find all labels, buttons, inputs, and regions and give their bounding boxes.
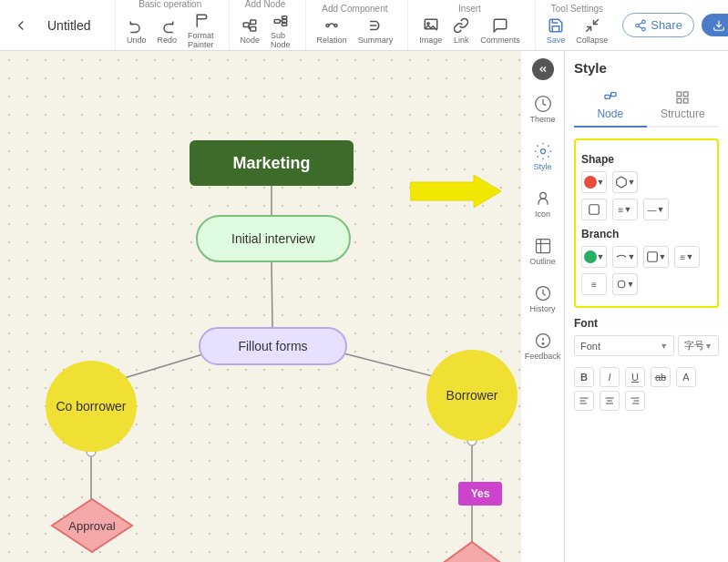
theme-button[interactable]: Theme [525,87,561,131]
branch-shape-btn[interactable]: ▼ [643,246,669,268]
svg-rect-9 [282,23,286,26]
toolbar-group-add-node: Add Node Node Sub Node [229,0,302,50]
toolbar-group-add-component-icons: Relation Summary [313,15,397,46]
feedback-button[interactable]: Feedback [525,324,561,368]
outline-button[interactable]: Outline [525,230,561,273]
style-panel-tabs: Node Structure [574,85,719,128]
align-center-button[interactable] [600,391,620,411]
underline-button[interactable]: U [625,367,645,387]
svg-rect-48 [605,95,610,98]
branch-extra-btn2[interactable]: ▼ [612,273,638,295]
share-button[interactable]: Share [622,13,694,37]
collapse-icon-panel-button[interactable] [532,58,554,80]
svg-point-57 [618,281,625,288]
tab-node[interactable]: Node [574,85,647,128]
node-initial-interview[interactable]: Initial interview [196,215,351,262]
insert-link-button[interactable]: Link [449,15,473,46]
svg-point-22 [642,27,646,31]
style-panel-title: Style [574,60,719,76]
branch-extra-btn1[interactable]: ≡ [581,273,607,295]
shape-fill-color-btn[interactable]: ▼ [581,171,607,193]
svg-line-23 [639,26,642,27]
toolbar-group-basic: Basic operation Undo Redo Format Painter [115,0,225,50]
insert-image-button[interactable]: Image [415,15,446,46]
font-size-dropdown[interactable]: 字号 ▼ [678,335,719,356]
summary-button[interactable]: Summary [354,15,397,46]
back-button[interactable] [7,0,35,50]
shape-border-style-btn[interactable]: ≡ ▼ [612,199,638,220]
svg-line-24 [639,22,642,24]
export-button[interactable]: Export [702,14,728,36]
collapse-button[interactable]: Collapse [572,15,611,46]
font-color-button[interactable]: A [676,367,696,387]
shape-section-title: Shape [581,153,712,166]
format-painter-button[interactable]: Format Painter [184,11,218,51]
svg-point-20 [642,20,646,24]
side-icon-panel: Theme Style Icon Outline History Feedbac… [520,51,564,562]
redo-button[interactable]: Redo [154,15,181,46]
svg-rect-1 [251,20,256,25]
font-selector-row: Font ▼ 字号 ▼ [574,335,719,362]
toolbar-group-insert-icons: Image Link Comments [415,15,524,46]
branch-size-btn[interactable]: ≡ ▼ [674,246,700,268]
svg-rect-51 [677,92,682,97]
toolbar-group-tool-settings-icons: Save Collapse [543,15,612,46]
svg-rect-0 [244,23,250,27]
svg-rect-54 [684,98,689,103]
svg-point-21 [636,24,640,27]
undo-button[interactable]: Undo [123,15,150,46]
shape-border-btn[interactable] [581,199,607,220]
icon-button[interactable]: Icon [525,182,561,226]
node-co-borrower[interactable]: Co borrower [46,361,137,452]
save-button[interactable]: Save [543,15,569,46]
toolbar-group-basic-icons: Undo Redo Format Painter [123,11,218,51]
node-approval-left[interactable]: Approval [50,497,134,554]
branch-row-1: ▼ ▼ ▼ ≡ ▼ [581,246,712,268]
relation-button[interactable]: Relation [313,15,351,46]
shape-border-weight-btn[interactable]: — ▼ [643,199,669,220]
toolbar-group-add-node-label: Add Node [245,0,285,9]
font-section-title: Font [574,317,719,330]
main-area: Marketing Initial interview Fillout form… [0,51,728,562]
svg-point-11 [326,25,329,27]
toolbar-right: Share Export [622,0,728,50]
svg-line-27 [272,262,272,327]
font-section: Font Font ▼ 字号 ▼ B I U ab A [574,317,719,411]
canvas[interactable]: Marketing Initial interview Fillout form… [0,51,520,562]
italic-button[interactable]: I [600,367,620,387]
node-fillout-forms[interactable]: Fillout forms [199,327,347,365]
style-content-area: Shape ▼ ▼ ≡ ▼ — [574,138,719,308]
svg-rect-8 [282,20,286,23]
add-subnode-button[interactable]: Sub Node [267,11,294,51]
node-yes[interactable]: Yes [458,482,502,506]
bold-button[interactable]: B [574,367,594,387]
node-borrower[interactable]: Borrower [426,350,518,441]
svg-point-39 [540,149,545,154]
svg-point-47 [542,343,544,345]
add-node-button[interactable]: Node [237,15,264,46]
svg-rect-49 [610,93,615,97]
svg-line-19 [593,19,598,24]
svg-rect-53 [677,98,682,103]
style-button[interactable]: Style [525,135,561,179]
tab-structure[interactable]: Structure [647,85,720,126]
shape-style-btn2[interactable]: ▼ [612,171,638,193]
align-left-button[interactable] [574,391,594,411]
connections-svg [0,51,520,562]
font-family-dropdown[interactable]: Font ▼ [574,335,674,356]
align-right-button[interactable] [625,391,645,411]
branch-row-2: ≡ ▼ [581,273,712,295]
branch-color-btn[interactable]: ▼ [581,246,607,268]
toolbar: Untitled Basic operation Undo Redo Forma… [0,0,728,51]
node-marketing[interactable]: Marketing [190,140,354,186]
history-button[interactable]: History [525,277,561,321]
shape-row-2: ≡ ▼ — ▼ [581,199,712,220]
style-panel: Style Node Structure Shape ▼ [564,51,728,562]
node-approval-right[interactable]: Approval [430,540,514,562]
branch-style-btn[interactable]: ▼ [612,246,638,268]
svg-point-12 [334,25,337,27]
strikethrough-button[interactable]: ab [651,367,671,387]
app-title: Untitled [38,0,111,50]
svg-rect-41 [536,240,549,253]
comments-button[interactable]: Comments [477,15,524,46]
